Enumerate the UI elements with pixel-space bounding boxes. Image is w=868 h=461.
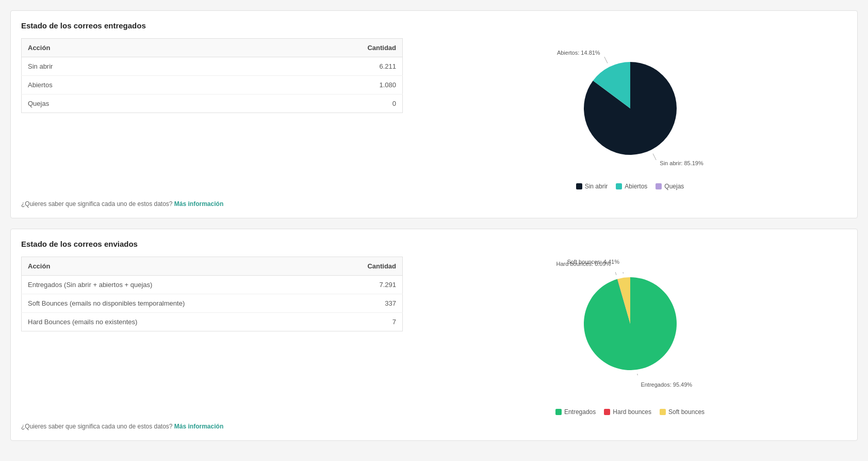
pie-label-text: Entregados: 95.49%: [641, 381, 692, 388]
card1-col2-header: Cantidad: [203, 39, 403, 57]
legend-item: Soft bounces: [660, 408, 705, 416]
card1-table-section: Acción Cantidad Sin abrir6.211Abiertos1.…: [21, 38, 403, 193]
card1-legend: Sin abrirAbiertosQuejas: [576, 183, 684, 190]
value-cell: 6.211: [203, 57, 403, 76]
value-cell: 337: [328, 294, 403, 313]
card2-col1-header: Acción: [22, 257, 328, 276]
pie-label-text: Soft bounces: 4.41%: [567, 259, 619, 265]
card2-col2-header: Cantidad: [328, 257, 403, 276]
legend-label: Entregados: [564, 408, 596, 416]
action-cell: Quejas: [22, 94, 203, 113]
legend-dot: [616, 183, 622, 189]
card2-footer: ¿Quieres saber que significa cada uno de…: [21, 423, 847, 430]
legend-label: Quejas: [664, 183, 684, 190]
card1-title: Estado de los correos entregados: [21, 21, 847, 30]
card2-pie-svg: [579, 272, 682, 375]
legend-item: Quejas: [656, 183, 684, 190]
card2-legend: EntregadosHard bouncesSoft bounces: [555, 408, 705, 416]
value-cell: 0: [203, 94, 403, 113]
pie-label-text: Abiertos: 14.81%: [557, 50, 600, 56]
table-row: Entregados (Sin abrir + abiertos + queja…: [22, 276, 403, 294]
card1-footer: ¿Quieres saber que significa cada uno de…: [21, 200, 847, 208]
table-row: Hard Bounces (emails no existentes)7: [22, 313, 403, 331]
pie-label-line: [602, 57, 608, 63]
card1-pie-svg: [579, 57, 682, 160]
table-row: Soft Bounces (emails no disponibles temp…: [22, 294, 403, 313]
pie-label-line: [613, 272, 616, 275]
action-cell: Sin abrir: [22, 57, 203, 76]
card2-chart-section: Entregados: 95.49%Hard bounces: 0.09%Sof…: [413, 257, 847, 416]
pie-label-line: [621, 272, 623, 274]
legend-item: Abiertos: [616, 183, 647, 190]
pie-label-line: [637, 374, 638, 375]
legend-label: Hard bounces: [613, 408, 651, 416]
legend-label: Abiertos: [625, 183, 647, 190]
card1-pie-area: Sin abrir: 85.19%Abiertos: 14.81%: [543, 41, 718, 176]
card2-title: Estado de los correos enviados: [21, 240, 847, 248]
card1-table: Acción Cantidad Sin abrir6.211Abiertos1.…: [21, 38, 403, 113]
card-entregados: Estado de los correos entregados Acción …: [10, 10, 858, 218]
legend-dot: [656, 183, 662, 189]
action-cell: Hard Bounces (emails no existentes): [22, 313, 328, 331]
action-cell: Abiertos: [22, 76, 203, 94]
card2-table-section: Acción Cantidad Entregados (Sin abrir + …: [21, 257, 403, 416]
card2-table: Acción Cantidad Entregados (Sin abrir + …: [21, 257, 403, 331]
pie-label-line: [652, 154, 658, 160]
value-cell: 7.291: [328, 276, 403, 294]
legend-dot: [604, 409, 610, 415]
pie-label-text: Hard bounces: 0.09%: [556, 261, 611, 267]
card-enviados: Estado de los correos enviados Acción Ca…: [10, 229, 858, 441]
action-cell: Soft Bounces (emails no disponibles temp…: [22, 294, 328, 313]
card1-col1-header: Acción: [22, 39, 203, 57]
value-cell: 1.080: [203, 76, 403, 94]
legend-dot: [576, 183, 582, 189]
table-row: Sin abrir6.211: [22, 57, 403, 76]
card2-pie-area: Entregados: 95.49%Hard bounces: 0.09%Sof…: [543, 257, 718, 401]
card1-chart-section: Sin abrir: 85.19%Abiertos: 14.81% Sin ab…: [413, 38, 847, 193]
value-cell: 7: [328, 313, 403, 331]
card2-more-info-link[interactable]: Más información: [174, 423, 223, 430]
legend-dot: [660, 409, 666, 415]
card2-chart-wrapper: Entregados: 95.49%Hard bounces: 0.09%Sof…: [543, 257, 718, 416]
legend-label: Soft bounces: [668, 408, 705, 416]
card1-more-info-link[interactable]: Más información: [174, 200, 223, 208]
table-row: Abiertos1.080: [22, 76, 403, 94]
action-cell: Entregados (Sin abrir + abiertos + queja…: [22, 276, 328, 294]
legend-dot: [555, 409, 562, 415]
pie-label-text: Sin abrir: 85.19%: [660, 160, 703, 166]
legend-item: Sin abrir: [576, 183, 608, 190]
card1-chart-wrapper: Sin abrir: 85.19%Abiertos: 14.81% Sin ab…: [543, 41, 718, 190]
legend-item: Hard bounces: [604, 408, 651, 416]
legend-item: Entregados: [555, 408, 596, 416]
table-row: Quejas0: [22, 94, 403, 113]
legend-label: Sin abrir: [585, 183, 608, 190]
